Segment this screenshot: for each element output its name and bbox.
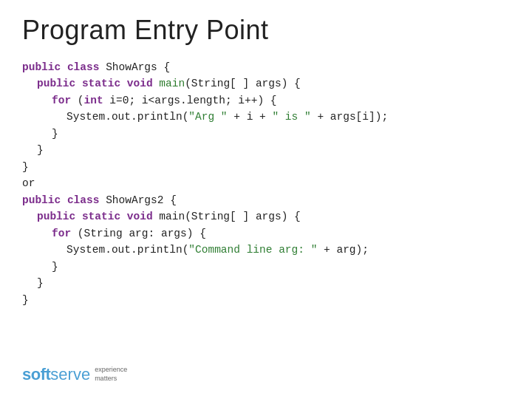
code-line: } bbox=[22, 159, 510, 175]
code-line: System.out.println("Arg " + i + " is " +… bbox=[22, 109, 510, 125]
or-separator: or bbox=[22, 175, 510, 191]
code-line: for (String arg: args) { bbox=[22, 225, 510, 242]
code-line: } bbox=[22, 275, 510, 291]
code-line: } bbox=[22, 142, 510, 158]
code-block: public class ShowArgs {public static voi… bbox=[22, 59, 510, 358]
code-line: public class ShowArgs { bbox=[22, 59, 510, 75]
code-line: System.out.println("Command line arg: " … bbox=[22, 242, 510, 258]
logo-serve: serve bbox=[50, 365, 90, 384]
page-title: Program Entry Point bbox=[22, 15, 510, 46]
code-line: for (int i=0; i<args.length; i++) { bbox=[22, 92, 510, 109]
footer: softserve experience matters bbox=[22, 358, 510, 384]
code-line: } bbox=[22, 259, 510, 275]
code-line: public static void main(String[ ] args) … bbox=[22, 75, 510, 92]
code-line: public static void main(String[ ] args) … bbox=[22, 208, 510, 225]
slide: Program Entry Point public class ShowArg… bbox=[0, 0, 532, 399]
code-line: public class ShowArgs2 { bbox=[22, 192, 510, 208]
code-line: } bbox=[22, 126, 510, 142]
logo-tagline: experience matters bbox=[95, 366, 127, 383]
logo-soft: soft bbox=[22, 365, 50, 384]
code-line: } bbox=[22, 292, 510, 308]
